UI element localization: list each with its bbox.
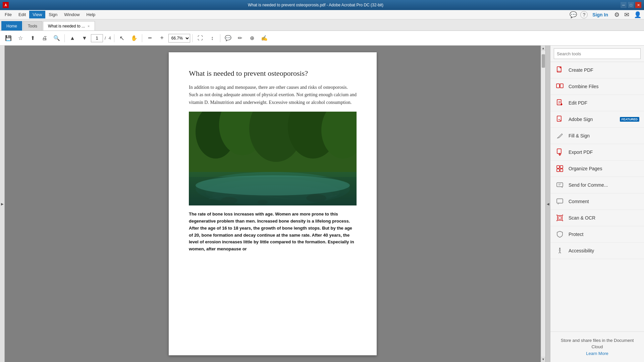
sign-in-button[interactable]: Sign In [590,11,611,19]
page-number-input[interactable] [91,34,103,42]
search-tools-input[interactable] [554,48,641,59]
tool-comment[interactable]: Comment [550,193,644,210]
comment-label: Comment [569,199,589,204]
learn-more-link[interactable]: Learn More [586,351,608,356]
svg-rect-21 [560,166,563,168]
tool-create-pdf[interactable]: PDF Create PDF [550,62,644,78]
find-button[interactable]: 🔍 [51,33,62,44]
menu-file[interactable]: File [1,11,15,18]
edit-pdf-icon [555,98,565,108]
chat-button[interactable]: 💬 [568,10,578,20]
tab-close-icon[interactable]: × [88,24,90,28]
minimize-button[interactable]: ─ [621,2,627,8]
scroll-track[interactable] [541,51,546,357]
tool-accessibility[interactable]: Accessibility [550,243,644,259]
menu-view[interactable]: View [29,11,45,18]
menu-help[interactable]: Help [83,11,99,18]
pdf-scrollbar[interactable]: ▲ ▼ [541,46,545,362]
toolbar-separator-1 [64,34,65,42]
hand-tool-button[interactable]: ✋ [128,33,140,44]
tab-document[interactable]: What is needed to ... × [43,21,95,31]
toolbar-separator-3 [142,34,142,42]
stamp-tool-button[interactable]: ⊕ [247,33,258,44]
pen-tool-button[interactable]: ✏ [234,33,246,44]
svg-rect-24 [557,183,563,187]
email-button[interactable]: ✉ [623,10,631,20]
scroll-down-arrow[interactable]: ▼ [541,357,546,362]
toolbar-separator-4 [192,34,193,42]
right-panel-toggle[interactable]: ◀ [545,46,550,362]
tool-protect[interactable]: Protect [550,226,644,243]
help-button[interactable]: ? [580,11,588,18]
svg-rect-27 [558,217,561,219]
send-comment-icon [555,180,565,190]
comment-tool-button[interactable]: 💬 [222,33,234,44]
svg-point-7 [206,179,340,205]
fit-page-button[interactable]: ⛶ [195,33,206,44]
close-button[interactable]: ✕ [635,2,641,8]
toolbar: 💾 ☆ ⬆ 🖨 🔍 ▲ ▼ / 4 ↖ ✋ − + 66.7% 50% 75% … [0,31,644,46]
tab-tools[interactable]: Tools [23,21,42,31]
left-panel-arrow: ▶ [1,202,4,206]
tool-organize-pages[interactable]: Organize Pages [550,161,644,177]
comment-icon [555,197,565,206]
scroll-thumb[interactable] [542,54,545,68]
pdf-image [189,112,357,205]
menu-bar: File Edit View Sign Window Help 💬 ? Sign… [0,10,644,19]
scan-ocr-icon [555,213,565,223]
tool-adobe-sign[interactable]: Adobe Sign FEATURED [550,111,644,128]
upload-button[interactable]: ⬆ [27,33,38,44]
menu-window[interactable]: Window [61,11,83,18]
svg-rect-15 [556,84,559,88]
cursor-tool-button[interactable]: ↖ [116,33,128,44]
right-panel-footer: Store and share files in the Document Cl… [550,331,644,362]
tool-scan-ocr[interactable]: Scan & OCR [550,210,644,226]
svg-rect-20 [557,166,559,168]
menu-edit[interactable]: Edit [15,11,29,18]
combine-files-icon [555,82,565,91]
save-button[interactable]: 💾 [3,33,14,44]
app-icon: A [3,2,9,8]
svg-point-8 [212,185,333,205]
accessibility-label: Accessibility [569,248,594,253]
fill-sign-icon [555,131,565,140]
svg-rect-23 [560,169,563,172]
tool-edit-pdf[interactable]: Edit PDF [550,95,644,111]
tool-combine-files[interactable]: Combine Files [550,78,644,95]
zoom-out-button[interactable]: − [144,33,156,44]
left-panel-toggle[interactable]: ▶ [0,46,5,362]
tab-home[interactable]: Home [1,21,22,31]
maximize-button[interactable]: □ [628,2,634,8]
pdf-viewer[interactable]: What is needed to prevent osteoporosis? … [5,46,545,362]
svg-point-11 [258,200,268,204]
tools-icon-button[interactable]: ⚙ [613,10,621,20]
combine-files-label: Combine Files [569,84,598,89]
scroll-up-arrow[interactable]: ▲ [541,46,546,51]
pdf-page: What is needed to prevent osteoporosis? … [169,52,377,355]
page-separator: / [104,36,107,41]
sign-tool-button[interactable]: ✍ [259,33,270,44]
tool-export-pdf[interactable]: Export PDF [550,144,644,161]
right-tools-panel: PDF Create PDF Combine Files Edit PDF [550,46,644,362]
zoom-select[interactable]: 66.7% 50% 75% 100% 125% 150% [168,34,190,43]
svg-point-10 [306,194,326,202]
scroll-mode-button[interactable]: ↕ [207,33,218,44]
create-pdf-label: Create PDF [569,67,593,73]
zoom-in-button[interactable]: + [156,33,168,44]
tool-fill-sign[interactable]: Fill & Sign [550,128,644,144]
footer-text: Store and share files in the Document Cl… [561,338,634,350]
title-bar: A What is needed to prevent osteoporosis… [0,0,644,10]
next-page-button[interactable]: ▼ [79,33,90,44]
svg-rect-12 [189,177,357,205]
toolbar-separator-5 [220,34,220,42]
svg-rect-22 [557,169,559,172]
svg-point-9 [221,197,237,204]
tool-send-comment[interactable]: Send for Comme... [550,177,644,193]
edit-pdf-label: Edit PDF [569,100,587,106]
bookmark-button[interactable]: ☆ [15,33,26,44]
prev-page-button[interactable]: ▲ [67,33,78,44]
svg-rect-25 [557,199,563,203]
menu-sign[interactable]: Sign [45,11,61,18]
user-button[interactable]: 👤 [633,10,643,20]
print-button[interactable]: 🖨 [39,33,50,44]
